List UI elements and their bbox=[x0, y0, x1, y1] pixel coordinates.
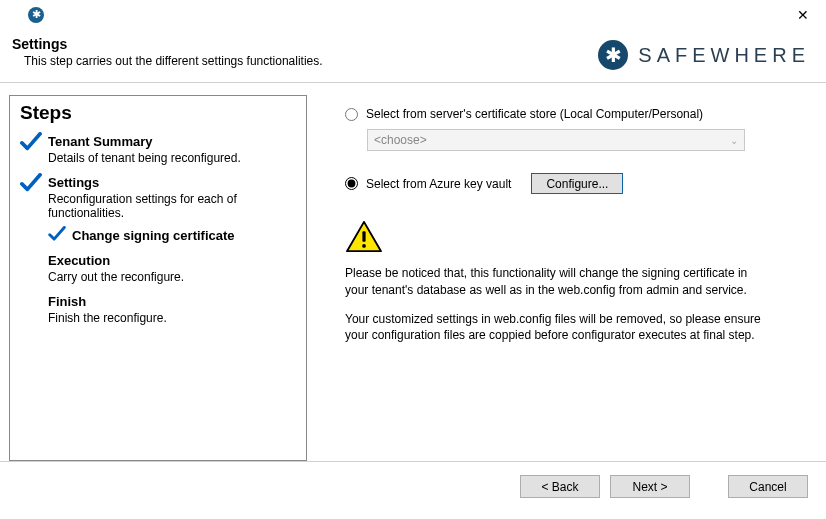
steps-heading: Steps bbox=[20, 102, 296, 124]
page-title: Settings bbox=[12, 36, 598, 52]
svg-rect-0 bbox=[362, 231, 365, 241]
step-execution: Execution Carry out the reconfigure. bbox=[20, 253, 296, 284]
dropdown-placeholder: <choose> bbox=[374, 133, 427, 147]
radio-azure-vault[interactable] bbox=[345, 177, 358, 190]
radio-cert-store[interactable] bbox=[345, 108, 358, 121]
next-button[interactable]: Next > bbox=[610, 475, 690, 498]
label-azure-vault: Select from Azure key vault bbox=[366, 177, 511, 191]
cert-store-dropdown[interactable]: <choose> ⌄ bbox=[367, 129, 745, 151]
cancel-button[interactable]: Cancel bbox=[728, 475, 808, 498]
step-label: Execution bbox=[48, 253, 296, 268]
step-label: Finish bbox=[48, 294, 296, 309]
warning-text: Please be noticed that, this functionali… bbox=[345, 265, 765, 344]
footer: < Back Next > Cancel bbox=[0, 461, 826, 503]
warning-p1: Please be noticed that, this functionali… bbox=[345, 265, 765, 299]
substep-change-signing-cert: Change signing certificate bbox=[20, 228, 296, 243]
option-azure-vault[interactable]: Select from Azure key vault Configure... bbox=[345, 173, 804, 194]
step-label: Tenant Summary bbox=[48, 134, 296, 149]
substep-label: Change signing certificate bbox=[72, 228, 296, 243]
step-settings: Settings Reconfiguration settings for ea… bbox=[20, 175, 296, 220]
brand-icon bbox=[598, 40, 628, 70]
check-icon bbox=[20, 173, 42, 196]
app-icon bbox=[28, 7, 44, 23]
step-tenant-summary: Tenant Summary Details of tenant being r… bbox=[20, 134, 296, 165]
header: Settings This step carries out the diffe… bbox=[0, 30, 826, 82]
step-desc: Carry out the reconfigure. bbox=[48, 270, 296, 284]
svg-point-1 bbox=[362, 244, 366, 248]
step-desc: Finish the reconfigure. bbox=[48, 311, 296, 325]
chevron-down-icon: ⌄ bbox=[730, 135, 738, 146]
titlebar: ✕ bbox=[0, 0, 826, 30]
warning-icon bbox=[345, 220, 804, 257]
step-desc: Details of tenant being reconfigured. bbox=[48, 151, 296, 165]
check-icon bbox=[20, 132, 42, 155]
page-subtitle: This step carries out the different sett… bbox=[24, 54, 598, 68]
step-label: Settings bbox=[48, 175, 296, 190]
content: Select from server's certificate store (… bbox=[307, 83, 826, 461]
option-cert-store[interactable]: Select from server's certificate store (… bbox=[345, 107, 804, 121]
brand: SAFEWHERE bbox=[598, 40, 810, 70]
step-desc: Reconfiguration settings for each of fun… bbox=[48, 192, 296, 220]
brand-text: SAFEWHERE bbox=[638, 44, 810, 67]
configure-button[interactable]: Configure... bbox=[531, 173, 623, 194]
back-button[interactable]: < Back bbox=[520, 475, 600, 498]
label-cert-store: Select from server's certificate store (… bbox=[366, 107, 703, 121]
check-icon bbox=[48, 226, 66, 245]
warning-block: Please be noticed that, this functionali… bbox=[345, 220, 804, 344]
warning-p2: Your customized settings in web.config f… bbox=[345, 311, 765, 345]
close-button[interactable]: ✕ bbox=[788, 3, 818, 27]
step-finish: Finish Finish the reconfigure. bbox=[20, 294, 296, 325]
steps-panel: Steps Tenant Summary Details of tenant b… bbox=[9, 95, 307, 461]
